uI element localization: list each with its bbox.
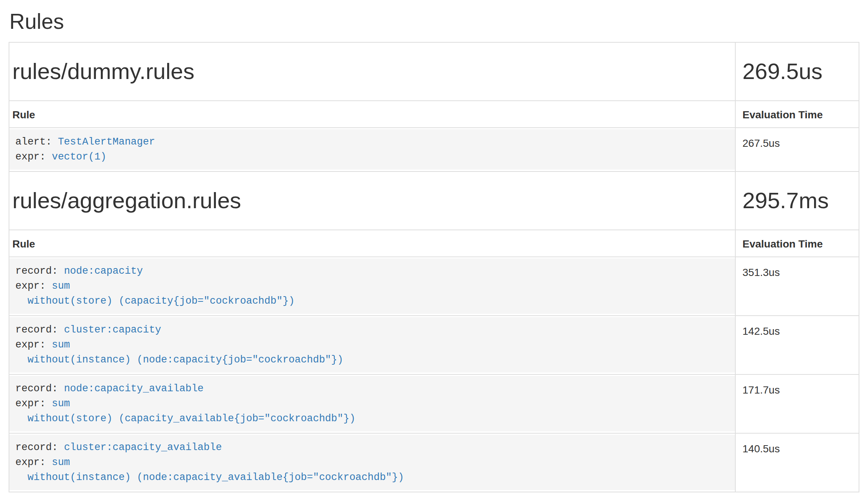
rule-expression-link[interactable]: node:capacity_available	[64, 383, 204, 394]
rule-group-header-row: rules/aggregation.rules 295.7ms	[9, 171, 859, 230]
rule-group-evaluation-time: 269.5us	[735, 42, 859, 101]
rule-expression-link[interactable]: sum without(instance) (node:capacity_ava…	[15, 457, 404, 483]
rule-evaluation-time: 140.5us	[735, 433, 859, 492]
rule-definition: record: node:capacity expr: sum without(…	[9, 258, 735, 314]
rule-evaluation-time: 267.5us	[735, 128, 859, 171]
rule-keyword: expr:	[15, 151, 52, 163]
rule-keyword: alert:	[15, 136, 58, 148]
rule-row: alert: TestAlertManager expr: vector(1) …	[9, 128, 859, 171]
rule-row: record: node:capacity_available expr: su…	[9, 374, 859, 433]
rule-expression-link[interactable]: TestAlertManager	[58, 136, 155, 148]
rule-keyword: record:	[15, 442, 64, 453]
rule-row: record: node:capacity expr: sum without(…	[9, 257, 859, 316]
rule-expression-link[interactable]: node:capacity	[64, 265, 143, 277]
rule-keyword: record:	[15, 265, 64, 277]
rule-row: record: cluster:capacity_available expr:…	[9, 433, 859, 492]
rule-expression-link[interactable]: sum without(store) (capacity_available{j…	[15, 398, 355, 424]
rule-row: record: cluster:capacity expr: sum witho…	[9, 316, 859, 374]
rules-table-body: rules/dummy.rules 269.5us Rule Evaluatio…	[9, 42, 859, 492]
rule-evaluation-time: 171.7us	[735, 374, 859, 433]
rule-definition: record: cluster:capacity expr: sum witho…	[9, 317, 735, 373]
rule-group-name: rules/aggregation.rules	[9, 171, 735, 230]
rule-cell: record: cluster:capacity_available expr:…	[9, 433, 735, 492]
column-header-row: Rule Evaluation Time	[9, 101, 859, 128]
rule-keyword: expr:	[15, 457, 52, 468]
evaluation-time-column-header: Evaluation Time	[735, 101, 859, 128]
rules-table: rules/dummy.rules 269.5us Rule Evaluatio…	[9, 42, 859, 492]
page-title: Rules	[9, 10, 859, 33]
rule-expression-link[interactable]: cluster:capacity	[64, 324, 161, 335]
rule-expression-link[interactable]: cluster:capacity_available	[64, 442, 222, 453]
column-header-row: Rule Evaluation Time	[9, 230, 859, 257]
rule-cell: record: cluster:capacity expr: sum witho…	[9, 316, 735, 374]
rule-expression-link[interactable]: sum without(instance) (node:capacity{job…	[15, 339, 343, 365]
rule-column-header: Rule	[9, 101, 735, 128]
evaluation-time-column-header: Evaluation Time	[735, 230, 859, 257]
rule-definition: record: node:capacity_available expr: su…	[9, 376, 735, 431]
rule-keyword: record:	[15, 324, 64, 335]
rule-evaluation-time: 142.5us	[735, 316, 859, 374]
rule-keyword: expr:	[15, 280, 52, 292]
rule-cell: alert: TestAlertManager expr: vector(1)	[9, 128, 735, 171]
rule-expression-link[interactable]: sum without(store) (capacity{job="cockro…	[15, 280, 295, 307]
rule-group-header-row: rules/dummy.rules 269.5us	[9, 42, 859, 101]
rule-evaluation-time: 351.3us	[735, 257, 859, 316]
rule-definition: alert: TestAlertManager expr: vector(1)	[9, 129, 735, 170]
rule-keyword: record:	[15, 383, 64, 394]
rule-group-evaluation-time: 295.7ms	[735, 171, 859, 230]
rules-page: Rules rules/dummy.rules 269.5us Rule Eva…	[0, 0, 868, 492]
rule-column-header: Rule	[9, 230, 735, 257]
rule-group-name: rules/dummy.rules	[9, 42, 735, 101]
rule-cell: record: node:capacity expr: sum without(…	[9, 257, 735, 316]
rule-keyword: expr:	[15, 339, 52, 350]
rule-cell: record: node:capacity_available expr: su…	[9, 374, 735, 433]
rule-keyword: expr:	[15, 398, 52, 409]
rule-expression-link[interactable]: vector(1)	[52, 151, 106, 163]
rule-definition: record: cluster:capacity_available expr:…	[9, 435, 735, 490]
